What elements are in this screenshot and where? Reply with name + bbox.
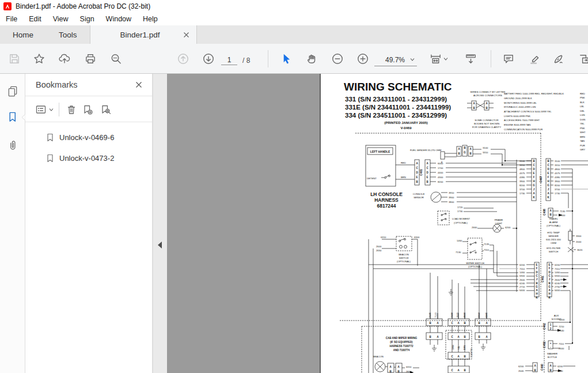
svg-text:K: K (548, 296, 551, 299)
svg-text:A: A (547, 192, 549, 195)
zoom-level-dropdown[interactable]: 49.7% (374, 54, 417, 66)
svg-text:F: F (536, 267, 538, 270)
tab-home[interactable]: Home (0, 25, 46, 44)
svg-text:B: B (549, 369, 552, 372)
svg-text:WIPER SWITCH: WIPER SWITCH (466, 262, 484, 265)
zoom-out-button[interactable] (331, 52, 344, 65)
svg-text:A: A (426, 162, 428, 165)
bookmark-item-label: Unlock-v-0473-2 (59, 154, 114, 163)
svg-text:6400: 6400 (519, 289, 525, 292)
svg-text:H: H (536, 292, 537, 295)
svg-text:G: G (536, 285, 538, 288)
svg-text:2600: 2600 (559, 347, 564, 350)
options-list-icon (35, 104, 47, 115)
close-panel-icon[interactable] (135, 81, 142, 88)
bookmark-item[interactable]: Unlock-v-0473-2 (25, 148, 152, 168)
page-number-input[interactable] (221, 55, 237, 65)
navigation-rail (0, 74, 25, 373)
svg-text:SENSOR: SENSOR (414, 196, 424, 199)
svg-text:(OPTIONAL): (OPTIONAL) (454, 221, 468, 224)
svg-text:7130: 7130 (456, 251, 461, 254)
tab-tools[interactable]: Tools (46, 25, 90, 44)
svg-text:(IF SO EQUIPPED): (IF SO EQUIPPED) (390, 341, 413, 344)
svg-text:2650: 2650 (406, 370, 412, 373)
svg-text:B: B (464, 355, 466, 358)
svg-text:D: D (536, 271, 538, 274)
svg-text:CAB AND WIPER WIRING: CAB AND WIPER WIRING (386, 337, 418, 340)
zoom-in-button[interactable] (356, 52, 369, 65)
bookmarks-toolbar (25, 96, 152, 122)
chevron-down-icon (410, 58, 415, 61)
svg-text:2660: 2660 (472, 226, 477, 229)
menu-sign[interactable]: Sign (74, 15, 100, 23)
highlight-button[interactable] (528, 52, 541, 65)
svg-text:6200: 6200 (555, 263, 560, 266)
share-button[interactable] (58, 52, 71, 65)
add-bookmark-button[interactable] (82, 104, 93, 117)
svg-text:7210: 7210 (559, 325, 564, 328)
close-icon[interactable] (183, 32, 189, 38)
wiring-schematic: WIRING SCHEMATIC331 (S/N 234311001 - 234… (321, 74, 588, 373)
svg-text:WHT: WHT (580, 131, 586, 134)
collapse-panel-arrow-icon[interactable] (158, 242, 162, 248)
panel-active-notch-icon (21, 114, 25, 120)
svg-text:BLK: BLK (580, 101, 585, 104)
chevron-down-icon (443, 58, 448, 61)
svg-text:B: B (547, 160, 549, 163)
next-page-button[interactable] (202, 52, 215, 65)
export-pdf-button[interactable] (578, 52, 588, 65)
svg-text:4375: 4375 (519, 172, 525, 175)
menu-help[interactable]: Help (137, 15, 164, 23)
svg-text:GROUND 2000-2999 BLK: GROUND 2000-2999 BLK (504, 97, 532, 100)
hand-tool-button[interactable] (305, 52, 318, 65)
svg-text:2650: 2650 (376, 249, 382, 252)
favorites-button[interactable] (33, 52, 45, 65)
print-button[interactable] (84, 52, 97, 65)
svg-text:B: B (478, 322, 480, 325)
menu-file[interactable]: File (0, 15, 23, 23)
svg-text:6300: 6300 (519, 274, 525, 277)
svg-text:SOME CONNECTOR: SOME CONNECTOR (475, 119, 498, 122)
comment-button[interactable] (502, 52, 515, 65)
sign-button[interactable] (552, 52, 565, 65)
bookmark-item-label: Unlock-v-0469-6 (59, 133, 114, 142)
page-thumbnails-button[interactable] (6, 85, 19, 100)
bookmarks-list: Unlock-v-0469-6 Unlock-v-0473-2 (25, 122, 152, 168)
svg-text:4380: 4380 (555, 176, 560, 179)
svg-text:7110: 7110 (484, 248, 490, 251)
previous-page-button[interactable] (177, 52, 189, 65)
svg-text:E: E (536, 263, 537, 266)
svg-text:6310: 6310 (381, 236, 386, 239)
svg-text:B: B (416, 180, 418, 183)
svg-text:D: D (547, 168, 549, 171)
svg-text:GRN: GRN (452, 345, 454, 350)
chevron-down-icon[interactable] (49, 108, 54, 111)
fit-width-button[interactable] (429, 52, 442, 65)
menu-view[interactable]: View (47, 15, 74, 23)
svg-text:(PRINTED JANUARY 2005): (PRINTED JANUARY 2005) (384, 121, 428, 125)
search-button[interactable] (109, 52, 122, 65)
svg-text:6310: 6310 (477, 312, 480, 318)
bookmark-item[interactable]: Unlock-v-0469-6 (25, 127, 152, 148)
menu-window[interactable]: Window (100, 15, 137, 23)
svg-text:(OPTIONAL): (OPTIONAL) (397, 260, 411, 263)
menu-edit[interactable]: Edit (23, 15, 47, 23)
expand-current-bookmark-button[interactable] (100, 104, 111, 117)
save-button[interactable] (8, 52, 21, 65)
fit-width-dropdown[interactable] (443, 52, 449, 65)
plus-circle-icon (356, 52, 369, 65)
scrolling-mode-button[interactable] (464, 52, 477, 65)
svg-text:BODIES NOT SHOWN: BODIES NOT SHOWN (474, 122, 499, 125)
bookmark-icon (46, 133, 54, 142)
delete-bookmark-button[interactable] (66, 104, 77, 117)
pdf-page: WIRING SCHEMATIC331 (S/N 234311001 - 234… (321, 74, 588, 373)
svg-text:(OPTIONAL): (OPTIONAL) (468, 265, 483, 268)
attachments-button[interactable] (6, 139, 19, 154)
bookmarks-panel-button[interactable] (6, 111, 19, 126)
select-tool-button[interactable] (280, 52, 293, 65)
svg-text:3310: 3310 (483, 151, 488, 154)
bookmark-icon (6, 111, 19, 123)
bookmark-options-button[interactable] (35, 104, 47, 117)
tab-document[interactable]: Binder1.pdf (90, 25, 197, 44)
svg-text:E: E (533, 172, 534, 175)
